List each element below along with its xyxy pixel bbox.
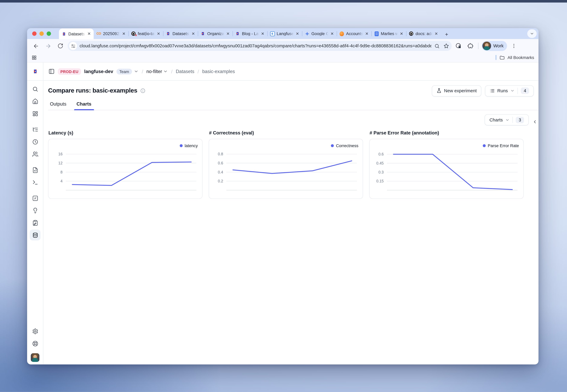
dashboards-icon[interactable] [30, 108, 41, 119]
apps-grid-icon[interactable] [31, 55, 37, 60]
chart-block: # Parse Error Rate (annotation)Parse Err… [369, 130, 524, 199]
runs-button[interactable]: Runs 4 [485, 85, 534, 96]
user-avatar[interactable] [31, 353, 39, 362]
tab-title: Langfuse - [277, 31, 294, 36]
close-tab-icon[interactable]: ✕ [87, 31, 91, 36]
github-x-favicon-icon: × [131, 31, 136, 36]
chart-line-series [394, 154, 512, 190]
breadcrumb-datasets-link[interactable]: Datasets [176, 69, 194, 74]
close-tab-icon[interactable]: ✕ [156, 31, 161, 36]
settings-icon[interactable] [30, 326, 41, 337]
breadcrumb-separator: / [171, 69, 172, 74]
collapse-panel-icon[interactable] [532, 119, 537, 124]
org-chevron-icon[interactable] [134, 69, 138, 74]
tab-search-chevron-icon[interactable] [527, 29, 537, 38]
new-experiment-button[interactable]: New experiment [432, 85, 481, 96]
sidebar [27, 81, 43, 364]
tab-outputs[interactable]: Outputs [49, 99, 68, 110]
project-selector[interactable]: no-filter [146, 69, 168, 74]
url-text[interactable]: cloud.langfuse.com/project/cmfwgv8fx002o… [79, 43, 431, 48]
bookmark-star-icon[interactable] [442, 42, 450, 50]
environment-badge[interactable]: PROD-EU [58, 68, 81, 75]
y-axis-tick-label: 0.4 [218, 170, 223, 174]
minimize-window-button[interactable] [40, 31, 44, 36]
close-tab-icon[interactable]: ✕ [122, 31, 126, 36]
bookmarks-divider [495, 55, 496, 60]
scores-icon[interactable] [30, 193, 41, 204]
browser-tab[interactable]: ×feat(io-tab✕ [128, 28, 163, 39]
breadcrumb-dataset-name[interactable]: basic-examples [202, 69, 235, 74]
chart-line-series [72, 162, 191, 185]
legend-label: Parse Error Rate [488, 143, 519, 148]
langfuse-logo[interactable] [27, 63, 43, 81]
browser-tab[interactable]: Marlies we✕ [371, 28, 406, 39]
chart-card: Correctness0.80.60.40.2 [209, 139, 363, 199]
browser-tab[interactable]: Datasets | L✕ [59, 28, 94, 39]
close-tab-icon[interactable]: ✕ [191, 31, 195, 36]
prompts-icon[interactable] [30, 165, 41, 175]
charts-filter-button[interactable]: Charts 3 [485, 114, 529, 125]
site-settings-icon[interactable] [69, 42, 77, 50]
chart-block: Latency (s)latency161284 [48, 130, 203, 199]
breadcrumb: PROD-EU langfuse-dev Team / no-filter / … [43, 63, 539, 81]
home-icon[interactable] [30, 96, 41, 107]
browser-menu-icon[interactable] [509, 41, 519, 51]
evals-icon[interactable] [30, 205, 41, 216]
profile-avatar [482, 42, 491, 50]
url-bar[interactable]: cloud.langfuse.com/project/cmfwgv8fx002o… [68, 41, 452, 51]
browser-window: Datasets | L✕CO20250923✕×feat(io-tab✕Dat… [27, 28, 539, 364]
tab-title: docs: add [416, 31, 433, 36]
browser-tab[interactable]: 6Langfuse -✕ [267, 28, 302, 39]
chart-cards: Latency (s)latency161284# Correctness (e… [48, 130, 529, 199]
new-tab-button[interactable]: + [442, 30, 451, 38]
line-chart-plot: 0.60.450.30.15 [374, 150, 519, 194]
users-icon[interactable] [30, 149, 41, 159]
password-manager-icon[interactable] [454, 41, 463, 51]
close-tab-icon[interactable]: ✕ [330, 31, 334, 36]
close-tab-icon[interactable]: ✕ [226, 31, 230, 36]
browser-tab[interactable]: docs: add✕ [406, 28, 441, 39]
browser-tab[interactable]: Organizatio✕ [198, 28, 232, 39]
all-bookmarks-folder-icon[interactable] [499, 55, 505, 60]
org-name[interactable]: langfuse-dev [84, 69, 113, 74]
datasets-icon[interactable] [30, 230, 41, 240]
tab-charts[interactable]: Charts [75, 99, 92, 110]
close-tab-icon[interactable]: ✕ [434, 31, 438, 36]
playground-icon[interactable] [30, 177, 41, 188]
tracing-icon[interactable] [30, 124, 41, 135]
refresh-icon[interactable] [55, 41, 66, 51]
search-icon[interactable] [30, 84, 41, 94]
close-window-button[interactable] [32, 31, 37, 36]
browser-tab[interactable]: Google Ge✕ [302, 28, 337, 39]
y-axis-tick-label: 12 [58, 161, 63, 165]
breadcrumb-separator: / [142, 69, 143, 74]
tab-title: Blog - Lang [242, 31, 259, 36]
annotation-icon[interactable] [30, 217, 41, 228]
support-icon[interactable] [30, 338, 41, 349]
browser-tab[interactable]: Blog - Lang✕ [232, 28, 267, 39]
extensions-icon[interactable] [466, 41, 475, 51]
all-bookmarks-label[interactable]: All Bookmarks [508, 55, 534, 60]
close-tab-icon[interactable]: ✕ [365, 31, 369, 36]
close-tab-icon[interactable]: ✕ [399, 31, 404, 36]
browser-tab[interactable]: CO20250923✕ [94, 28, 128, 39]
zoom-page-icon[interactable] [433, 42, 441, 50]
browser-tab[interactable]: Accounts |✕ [337, 28, 371, 39]
tab-title: Organizatio [207, 31, 224, 36]
page-title: Compare runs: basic-examples [48, 87, 137, 94]
back-icon[interactable] [31, 41, 41, 51]
close-tab-icon[interactable]: ✕ [296, 31, 299, 36]
langfuse-favicon-icon [61, 31, 66, 36]
langfuse-app: PROD-EU langfuse-dev Team / no-filter / … [27, 63, 539, 364]
browser-profile-chip[interactable]: Work [482, 41, 507, 51]
info-icon[interactable] [140, 88, 145, 93]
tab-title: Marlies we [381, 31, 398, 36]
close-tab-icon[interactable]: ✕ [261, 31, 265, 36]
tab-title: Datasets | L [68, 32, 85, 36]
sessions-icon[interactable] [30, 136, 41, 147]
maximize-window-button[interactable] [47, 31, 51, 36]
gemini-favicon-icon [305, 31, 310, 36]
browser-tab[interactable]: Datasets | L✕ [163, 28, 198, 39]
sidebar-toggle-icon[interactable] [48, 68, 55, 75]
forward-icon[interactable] [43, 41, 53, 51]
